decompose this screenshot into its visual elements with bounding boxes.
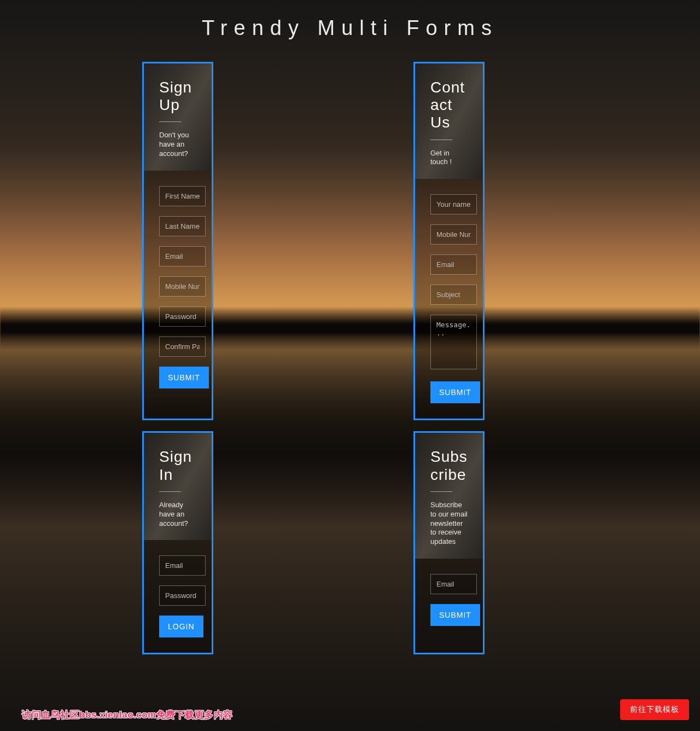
signin-email-input[interactable] — [159, 555, 206, 576]
watermark-text: 访问血鸟社区bbs.xienlao.com免费下载更多内容 — [22, 709, 233, 721]
signup-title: Sign Up — [159, 79, 196, 114]
signin-card: Sign In Already have an account? LOGIN — [142, 431, 213, 654]
signin-password-input[interactable] — [159, 585, 206, 606]
last-name-input[interactable] — [159, 216, 206, 236]
signin-submit-button[interactable]: LOGIN — [159, 616, 203, 637]
contact-message-input[interactable] — [430, 315, 477, 369]
first-name-input[interactable] — [159, 186, 206, 206]
subscribe-card: Subscribe Subscribe to our email newslet… — [413, 431, 485, 654]
subscribe-email-input[interactable] — [430, 574, 477, 594]
signup-submit-button[interactable]: SUBMIT — [159, 367, 209, 388]
signup-mobile-input[interactable] — [159, 276, 206, 297]
signup-password-input[interactable] — [159, 306, 206, 327]
contact-body: SUBMIT — [415, 179, 483, 419]
signup-email-input[interactable] — [159, 246, 206, 266]
forms-grid: Sign Up Don't you have an account? SUBMI… — [142, 62, 558, 654]
signin-title: Sign In — [159, 448, 196, 483]
contact-email-input[interactable] — [430, 254, 477, 275]
confirm-password-input[interactable] — [159, 337, 206, 357]
subscribe-body: SUBMIT — [415, 559, 483, 641]
contact-subject-input[interactable] — [430, 285, 477, 305]
page-title: Trendy Multi Forms — [0, 16, 700, 40]
subscribe-header: Subscribe Subscribe to our email newslet… — [415, 433, 483, 559]
contact-submit-button[interactable]: SUBMIT — [430, 381, 480, 403]
subscribe-title: Subscribe — [430, 448, 468, 483]
contact-mobile-input[interactable] — [430, 224, 477, 245]
divider — [159, 121, 181, 122]
subscribe-subtitle: Subscribe to our email newsletter to rec… — [430, 501, 468, 547]
signin-subtitle: Already have an account? — [159, 501, 196, 529]
signup-header: Sign Up Don't you have an account? — [144, 63, 212, 171]
contact-card: Contact Us Get in touch ! SUBMIT — [413, 62, 485, 420]
signup-card: Sign Up Don't you have an account? SUBMI… — [142, 62, 213, 420]
signin-body: LOGIN — [144, 540, 212, 653]
contact-name-input[interactable] — [430, 194, 477, 214]
divider — [159, 491, 181, 492]
divider — [430, 491, 452, 492]
page-container: Trendy Multi Forms Sign Up Don't you hav… — [0, 0, 700, 687]
contact-subtitle: Get in touch ! — [430, 149, 468, 167]
contact-header: Contact Us Get in touch ! — [415, 63, 483, 179]
divider — [430, 140, 452, 140]
subscribe-submit-button[interactable]: SUBMIT — [430, 604, 480, 626]
download-template-button[interactable]: 前往下载模板 — [620, 699, 689, 720]
signup-subtitle: Don't you have an account? — [159, 131, 196, 159]
signin-header: Sign In Already have an account? — [144, 433, 212, 540]
signup-body: SUBMIT — [144, 171, 212, 404]
contact-title: Contact Us — [430, 79, 468, 132]
